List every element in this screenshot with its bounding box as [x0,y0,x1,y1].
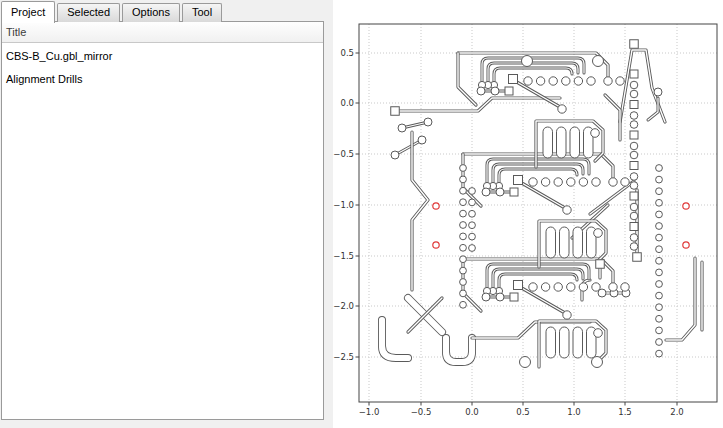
svg-text:−0.5: −0.5 [333,149,354,159]
svg-text:−1.0: −1.0 [359,407,380,417]
project-list-header: Title [2,22,323,43]
project-item-drills[interactable]: Alignment Drills [2,66,323,89]
alignment-drill [433,203,439,209]
svg-text:1.0: 1.0 [567,407,581,417]
alignment-drill [433,242,439,248]
project-panel: Title CBS-B_Cu.gbl_mirror Alignment Dril… [1,21,324,420]
alignment-drill [683,203,689,209]
svg-text:0.5: 0.5 [516,407,530,417]
plot-canvas[interactable]: −1.0−0.50.00.51.01.52.00.50.0−0.5−1.0−1.… [333,0,723,428]
svg-text:0.0: 0.0 [340,98,354,108]
svg-text:−0.5: −0.5 [411,407,432,417]
svg-text:1.5: 1.5 [618,407,632,417]
tab-selected[interactable]: Selected [57,3,120,22]
svg-text:−1.0: −1.0 [333,200,354,210]
tab-bar: Project Selected Options Tool [1,0,224,22]
svg-text:0.5: 0.5 [340,48,354,58]
app-window: { "window": { "bg": "#f0f0f0" }, "tabs":… [0,0,723,428]
svg-text:2.0: 2.0 [670,407,684,417]
svg-text:−1.5: −1.5 [333,251,354,261]
pcb-plot: −1.0−0.50.00.51.01.52.00.50.0−0.5−1.0−1.… [333,0,723,428]
copper-traces [382,50,702,367]
tab-tool[interactable]: Tool [182,3,222,22]
svg-text:0.0: 0.0 [465,407,479,417]
svg-text:−2.5: −2.5 [333,352,354,362]
alignment-drill [683,242,689,248]
tab-project[interactable]: Project [1,1,55,23]
svg-text:−2.0: −2.0 [333,301,354,311]
project-item-gerber[interactable]: CBS-B_Cu.gbl_mirror [2,43,323,66]
tab-options[interactable]: Options [122,3,180,22]
